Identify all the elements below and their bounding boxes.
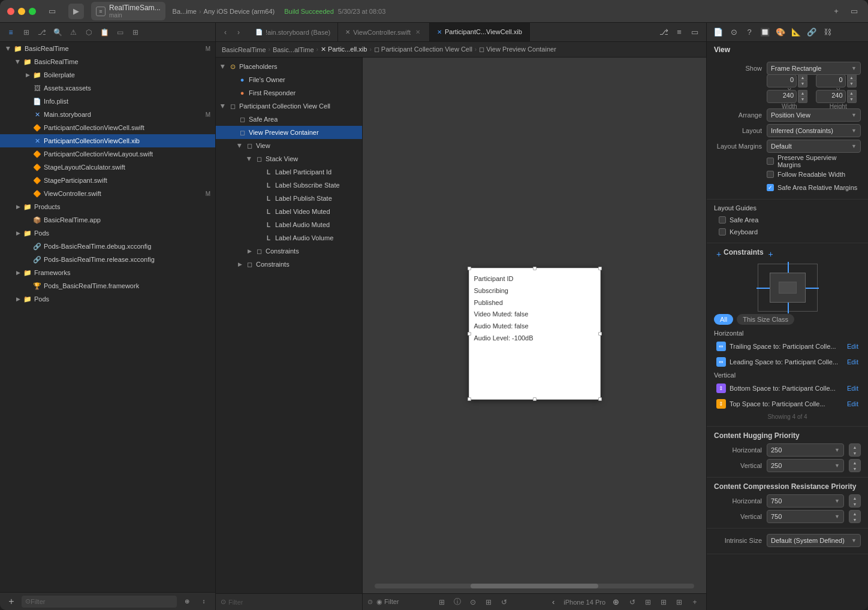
bc-basicrealtime[interactable]: BasicRealTime <box>222 46 266 53</box>
sidebar-tab-more[interactable]: ⊞ <box>129 26 141 38</box>
canvas-add-button[interactable]: ⊞ <box>482 596 495 609</box>
y-up-button[interactable]: ▲ <box>847 74 857 81</box>
sidebar-item-viewcontroller[interactable]: ▶ 🔶 ViewController.swift M <box>0 187 215 200</box>
outline-item-safe-area[interactable]: ▶ ◻ Safe Area <box>216 113 362 126</box>
safe-area-guide-checkbox[interactable] <box>719 216 726 224</box>
canvas-device-prev-button[interactable]: ‹ <box>547 596 560 609</box>
sidebar-tab-symbols[interactable]: ⊞ <box>20 26 32 38</box>
handle-top-right[interactable] <box>598 267 602 270</box>
compression-horizontal-select[interactable]: 750 ▼ <box>767 494 844 508</box>
outline-item-constraints-1[interactable]: ▶ ◻ Constraints <box>216 244 362 258</box>
xib-preview-cell[interactable]: Participant ID Subscribing Published Vid… <box>469 268 601 400</box>
sidebar-item-boilerplate[interactable]: ▶ 📁 Boilerplate <box>0 68 215 81</box>
sidebar-item-assets[interactable]: ▶ 🖼 Assets.xcassets <box>0 81 215 95</box>
cv-up[interactable]: ▲ <box>849 511 860 517</box>
bc-view-preview[interactable]: ◻ View Preview Container <box>479 46 556 53</box>
bc-basic-altime[interactable]: Basic...alTime <box>273 46 314 53</box>
handle-mid-right[interactable] <box>598 332 602 336</box>
canvas-right-icon-5[interactable]: + <box>688 596 701 609</box>
y-down-button[interactable]: ▼ <box>847 80 857 87</box>
handle-bottom-left[interactable] <box>468 397 471 401</box>
canvas-info-button[interactable]: ⓘ <box>451 596 464 609</box>
constraints-add-plus-2[interactable]: + <box>766 249 776 259</box>
x-value[interactable]: 0 <box>767 74 797 87</box>
canvas-hscrollbar-thumb[interactable] <box>471 584 598 588</box>
add-tab-button[interactable]: + <box>830 5 843 18</box>
inspector-toggle-button[interactable]: ▭ <box>848 5 861 18</box>
compression-vertical-stepper[interactable]: ▲ ▼ <box>849 510 861 523</box>
hh-down[interactable]: ▼ <box>849 450 860 456</box>
maximize-button[interactable] <box>29 8 36 15</box>
hh-up[interactable]: ▲ <box>849 444 860 450</box>
canvas-right-icon-2[interactable]: ⊞ <box>641 596 655 609</box>
constraint-leading[interactable]: ⇔ Leading Space to: Participant Colle...… <box>714 355 861 369</box>
compression-vertical-select[interactable]: 750 ▼ <box>767 510 844 523</box>
outline-item-view-preview-container[interactable]: ▶ ◻ View Preview Container <box>216 126 362 139</box>
sidebar-item-cell-swift[interactable]: ▶ 🔶 ParticipantCollectionViewCell.swift <box>0 121 215 134</box>
hugging-horizontal-select[interactable]: 250 ▼ <box>767 443 844 457</box>
sidebar-toggle-button[interactable]: ▭ <box>46 5 59 18</box>
outline-item-files-owner[interactable]: ▶ ● File's Owner <box>216 73 362 86</box>
canvas-right-icon-1[interactable]: ↺ <box>626 596 639 609</box>
outline-item-first-responder[interactable]: ▶ ● First Responder <box>216 86 362 99</box>
inspector-tab-history[interactable]: ⊙ <box>727 26 740 39</box>
outline-filter-input[interactable] <box>228 599 357 606</box>
sidebar-tab-warnings[interactable]: ⚠ <box>67 26 79 38</box>
margins-select[interactable]: Default ▼ <box>767 140 861 153</box>
outline-item-label-audio-volume[interactable]: ▶ L Label Audio Volume <box>216 231 362 244</box>
safe-area-checkbox[interactable] <box>767 184 774 191</box>
h-up-button[interactable]: ▲ <box>847 90 857 96</box>
keyboard-guide-checkbox[interactable] <box>719 228 726 235</box>
sidebar-item-framework[interactable]: ▶ 🏆 Pods_BasicRealTime.framework <box>0 279 215 292</box>
close-button[interactable] <box>7 8 14 15</box>
outline-item-label-video-muted[interactable]: ▶ L Label Video Muted <box>216 205 362 218</box>
sidebar-tab-git[interactable]: ⎇ <box>36 26 48 38</box>
sidebar-tab-search[interactable]: 🔍 <box>52 26 64 38</box>
hugging-vertical-select[interactable]: 250 ▼ <box>767 459 844 472</box>
outline-item-cell[interactable]: ▶ ◻ Participant Collection View Cell <box>216 99 362 113</box>
sidebar-tab-files[interactable]: ≡ <box>5 26 17 38</box>
sidebar-item-app[interactable]: ▶ 📦 BasicRealTime.app <box>0 213 215 227</box>
sidebar-item-xcconfig-debug[interactable]: ▶ 🔗 Pods-BasicRealTime.debug.xcconfig <box>0 240 215 253</box>
tab-branch-button[interactable]: ⎇ <box>657 26 670 39</box>
canvas-right-icon-3[interactable]: ⊞ <box>657 596 670 609</box>
follow-readable-checkbox[interactable] <box>767 171 774 178</box>
outline-item-label-subscribe-state[interactable]: ▶ L Label Subscribe State <box>216 179 362 192</box>
sidebar-settings-button[interactable]: ⊕ <box>180 595 194 608</box>
tab-vc-close[interactable]: ✕ <box>414 28 422 37</box>
sidebar-item-products[interactable]: ▶ 📁 Products <box>0 200 215 213</box>
canvas-right-icon-4[interactable]: ⊞ <box>673 596 686 609</box>
inspector-tab-attributes[interactable]: 🎨 <box>774 26 787 39</box>
tab-back-button[interactable]: ‹ <box>219 26 231 38</box>
filter-input[interactable] <box>31 598 173 605</box>
sidebar-item-cell-xib[interactable]: ▶ ✕ ParticipantCollectionViewCell.xib <box>0 134 215 147</box>
tab-list-button[interactable]: ≡ <box>673 26 686 39</box>
constraint-bottom[interactable]: ⇕ Bottom Space to: Participant Colle... … <box>714 381 861 395</box>
sidebar-item-stage-layout[interactable]: ▶ 🔶 StageLayoutCalculator.swift <box>0 161 215 174</box>
tab-xib[interactable]: ✕ ParticipantC...ViewCell.xib <box>430 23 530 41</box>
sidebar-item-frameworks[interactable]: ▶ 📁 Frameworks <box>0 266 215 279</box>
run-button[interactable]: ▶ <box>68 4 84 19</box>
inspector-tab-file[interactable]: 📄 <box>712 26 725 39</box>
cv-down[interactable]: ▼ <box>849 517 860 523</box>
inspector-tab-size[interactable]: 📐 <box>789 26 803 39</box>
inspector-tab-identity[interactable]: 🔲 <box>758 26 771 39</box>
canvas-device-add-button[interactable]: ⊕ <box>609 596 622 609</box>
outline-item-placeholders[interactable]: ▶ ⊙ Placeholders <box>216 60 362 73</box>
sidebar-item-basicrealtime-group[interactable]: ▶ 📁 BasicRealTime <box>0 55 215 68</box>
x-up-button[interactable]: ▲ <box>798 74 807 81</box>
sidebar-tab-lib[interactable]: ▭ <box>114 26 126 38</box>
sidebar-item-layout-swift[interactable]: ▶ 🔶 ParticipantCollectionViewLayout.swif… <box>0 147 215 161</box>
x-down-button[interactable]: ▼ <box>798 80 807 87</box>
add-file-button[interactable]: + <box>5 595 18 608</box>
handle-bottom-right[interactable] <box>598 397 602 401</box>
w-down-button[interactable]: ▼ <box>798 96 807 103</box>
w-value[interactable]: 240 <box>767 90 797 103</box>
show-select[interactable]: Frame Rectangle ▼ <box>767 62 861 75</box>
outline-item-label-participant-id[interactable]: ▶ L Label Participant Id <box>216 165 362 179</box>
canvas-zoom-fit-button[interactable]: ⊞ <box>435 596 448 609</box>
outline-item-view[interactable]: ▶ ◻ View <box>216 139 362 152</box>
h-down-button[interactable]: ▼ <box>847 96 857 103</box>
sidebar-item-xcconfig-release[interactable]: ▶ 🔗 Pods-BasicRealTime.release.xcconfig <box>0 253 215 266</box>
inspector-tab-connections[interactable]: 🔗 <box>805 26 818 39</box>
